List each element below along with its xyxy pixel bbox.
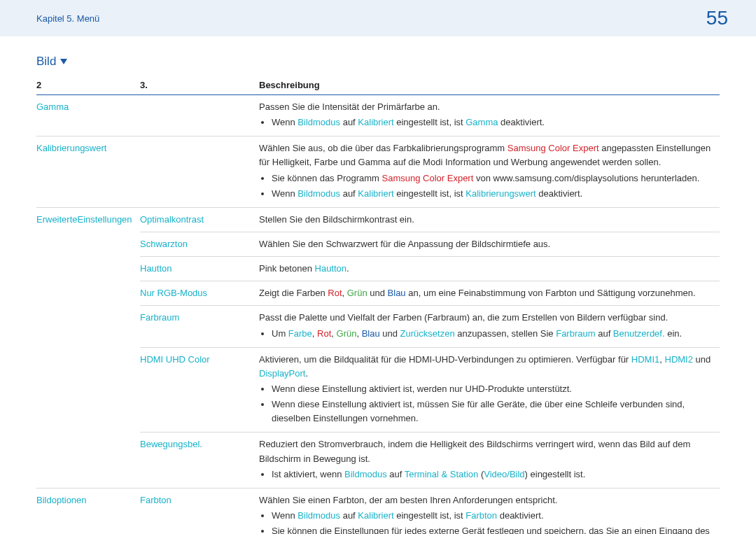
bullet: Sie können die Einstellungen für jedes e… — [272, 524, 715, 534]
bullet: Um Farbe, Rot, Grün, Blau und Zurücksetz… — [272, 327, 715, 341]
link-text: DisplayPort — [259, 368, 305, 379]
text: Rot — [328, 288, 342, 298]
text: anzupassen, stellen Sie — [455, 328, 556, 339]
text: Passen Sie die Intensität der Primärfarb… — [259, 101, 440, 112]
text: auf — [340, 117, 358, 127]
text: ein. — [665, 328, 682, 339]
link-text: Kalibriert — [358, 510, 393, 521]
text: . — [305, 368, 308, 379]
text: Blau — [388, 288, 406, 298]
page-header: Kapitel 5. Menü 55 — [0, 0, 756, 36]
cell-desc: Passen Sie die Intensität der Primärfarb… — [259, 95, 720, 136]
link-text: Benutzerdef. — [613, 328, 665, 339]
link-text: Bildmodus — [298, 117, 340, 127]
text: Pink betonen — [259, 263, 315, 274]
table-row: Bildoptionen Farbton Wählen Sie einen Fa… — [36, 488, 720, 534]
cell-desc: Aktivieren, um die Bildqualität für die … — [259, 347, 720, 433]
text: Zeigt die Farben — [259, 288, 328, 298]
cell-bildopt: Bildoptionen — [36, 488, 140, 534]
text: deaktiviert. — [536, 188, 582, 199]
bullet-list: Sie können das Programm Samsung Color Ex… — [259, 171, 715, 201]
cell-desc: Reduziert den Stromverbrauch, indem die … — [259, 433, 720, 488]
text: eingestellt ist, ist — [394, 510, 466, 521]
cell-gamma: Gamma — [36, 95, 140, 136]
text: auf — [387, 469, 405, 479]
link-text: Kalibriert — [358, 188, 393, 199]
link-text: Kalibriert — [358, 117, 393, 127]
cell-hdmi: HDMI UHD Color — [140, 347, 259, 433]
cell-desc: Stellen Sie den Bildschirmkontrast ein. — [259, 207, 720, 232]
text: und — [380, 328, 400, 339]
text: ) eingestellt ist. — [525, 469, 586, 479]
col-header-2: 2 — [36, 76, 140, 95]
link-text: Farbton — [465, 510, 497, 521]
text: . — [346, 263, 349, 274]
text: Wählen Sie aus, ob die über das Farbkali… — [259, 143, 507, 153]
text: , — [342, 288, 347, 298]
cell-farbraum: Farbraum — [140, 306, 259, 347]
text: deaktiviert. — [497, 510, 543, 521]
cell-desc: Zeigt die Farben Rot, Grün und Blau an, … — [259, 281, 720, 306]
link-text: Farbraum — [556, 328, 595, 339]
link-text: Samsung Color Expert — [382, 173, 474, 183]
text: Blau — [362, 328, 380, 339]
text: auf — [340, 188, 358, 199]
bullet: Wenn Bildmodus auf Kalibriert eingestell… — [272, 509, 715, 523]
cell-optimal: Optimalkontrast — [140, 207, 259, 232]
bullet: Ist aktiviert, wenn Bildmodus auf Termin… — [272, 468, 715, 482]
text: an, um eine Feinabstimmung von Farbton u… — [406, 288, 696, 298]
cell-farbton: Farbton — [140, 488, 259, 534]
text: Reduziert den Stromverbrauch, indem die … — [259, 439, 690, 463]
link-text: Farbe — [288, 328, 312, 339]
text: , — [659, 354, 664, 365]
text: von www.samsung.com/displaysolutions her… — [473, 173, 699, 183]
text: auf — [340, 510, 358, 521]
text: , — [356, 328, 361, 339]
bullet: Wenn Bildmodus auf Kalibriert eingestell… — [272, 187, 715, 201]
col-header-desc: Beschreibung — [259, 76, 720, 95]
link-text: HDMI2 — [665, 354, 693, 365]
cell-empty — [140, 95, 259, 136]
text: , — [312, 328, 317, 339]
text: eingestellt ist, ist — [394, 117, 466, 127]
cell-erw: ErweiterteEinstellungen — [36, 207, 140, 488]
cell-rgb: Nur RGB-Modus — [140, 281, 259, 306]
text: Wählen Sie einen Farbton, der am besten … — [259, 495, 557, 505]
bullet-list: Ist aktiviert, wenn Bildmodus auf Termin… — [259, 468, 715, 482]
cell-haut: Hautton — [140, 257, 259, 281]
link-text: Gamma — [465, 117, 498, 127]
text: Passt die Palette und Vielfalt der Farbe… — [259, 312, 668, 323]
page-content: Bild 2 3. Beschreibung Gamma Passen Sie … — [0, 36, 756, 534]
section-title: Bild — [36, 55, 720, 69]
cell-schwarz: Schwarzton — [140, 232, 259, 256]
text: , — [331, 328, 336, 339]
table-row: ErweiterteEinstellungen Optimalkontrast … — [36, 207, 720, 232]
bullet: Wenn diese Einstellung aktiviert ist, mü… — [272, 398, 715, 426]
link-text: Bildmodus — [298, 188, 340, 199]
link-text: Bildmodus — [344, 469, 387, 479]
text: und — [693, 354, 710, 365]
bullet-list: Wenn Bildmodus auf Kalibriert eingestell… — [259, 115, 715, 129]
link-text: Samsung Color Expert — [507, 143, 599, 153]
link-text: Bildmodus — [298, 510, 340, 521]
page-number: 55 — [706, 7, 728, 29]
text: Grün — [347, 288, 368, 298]
text: Grün — [337, 328, 357, 339]
link-text: Kalibrierungswert — [465, 188, 536, 199]
section-title-text: Bild — [36, 55, 56, 69]
text: deaktiviert. — [498, 117, 544, 127]
settings-table: 2 3. Beschreibung Gamma Passen Sie die I… — [36, 76, 720, 534]
link-text: Zurücksetzen — [400, 328, 455, 339]
cell-desc: Wählen Sie einen Farbton, der am besten … — [259, 488, 720, 534]
text: Wenn — [272, 188, 298, 199]
cell-desc: Wählen Sie den Schwarzwert für die Anpas… — [259, 232, 720, 256]
bullet-list: Um Farbe, Rot, Grün, Blau und Zurücksetz… — [259, 327, 715, 341]
cell-kalib: Kalibrierungswert — [36, 136, 140, 208]
cell-beweg: Bewegungsbel. — [140, 433, 259, 488]
bullet: Sie können das Programm Samsung Color Ex… — [272, 171, 715, 185]
bullet-list: Wenn diese Einstellung aktiviert ist, we… — [259, 382, 715, 426]
bullet-list: Wenn Bildmodus auf Kalibriert eingestell… — [259, 509, 715, 534]
cell-empty — [140, 136, 259, 208]
link-text: Terminal & Station — [405, 469, 479, 479]
cell-desc: Wählen Sie aus, ob die über das Farbkali… — [259, 136, 720, 208]
